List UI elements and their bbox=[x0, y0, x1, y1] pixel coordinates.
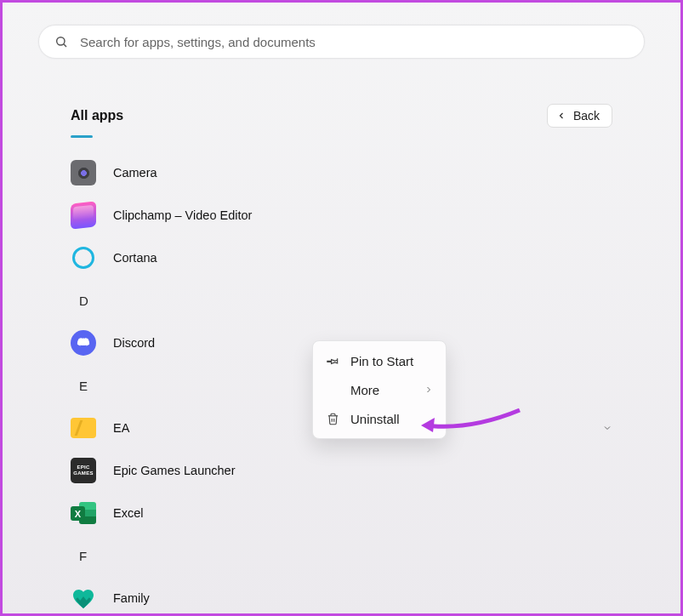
family-icon bbox=[71, 587, 96, 609]
letter-label: D bbox=[79, 294, 88, 308]
search-icon bbox=[54, 35, 68, 48]
app-label: EA bbox=[113, 421, 129, 435]
excel-icon: X bbox=[71, 500, 96, 526]
app-label: Cortana bbox=[113, 251, 157, 265]
title-underline bbox=[71, 135, 93, 138]
app-item-excel[interactable]: X Excel bbox=[71, 492, 612, 534]
app-label: Epic Games Launcher bbox=[113, 464, 235, 477]
search-input[interactable] bbox=[80, 35, 629, 49]
app-item-clipchamp[interactable]: Clipchamp – Video Editor bbox=[71, 194, 612, 237]
letter-label: E bbox=[79, 379, 88, 393]
search-bar[interactable] bbox=[38, 25, 645, 59]
cortana-icon bbox=[72, 247, 94, 269]
chevron-right-icon bbox=[424, 385, 434, 395]
context-pin-to-start[interactable]: Pin to Start bbox=[318, 346, 441, 375]
app-item-family[interactable]: Family bbox=[71, 577, 612, 616]
back-button-label: Back bbox=[573, 109, 600, 123]
context-uninstall[interactable]: Uninstall bbox=[318, 404, 441, 433]
app-label: Camera bbox=[113, 166, 157, 180]
page-title: All apps bbox=[71, 108, 123, 123]
letter-header-f[interactable]: F bbox=[71, 534, 612, 577]
context-item-label: Pin to Start bbox=[350, 354, 413, 368]
folder-icon bbox=[71, 418, 96, 438]
discord-icon bbox=[71, 330, 96, 356]
svg-point-0 bbox=[57, 37, 65, 45]
svg-line-1 bbox=[64, 44, 66, 47]
letter-header-d[interactable]: D bbox=[71, 279, 612, 322]
back-button[interactable]: Back bbox=[547, 104, 612, 128]
context-item-label: More bbox=[350, 383, 379, 397]
app-item-camera[interactable]: Camera bbox=[71, 151, 612, 194]
epic-games-icon: EPIC GAMES bbox=[71, 458, 96, 483]
pin-icon bbox=[325, 353, 340, 368]
chevron-left-icon bbox=[556, 111, 566, 121]
app-item-cortana[interactable]: Cortana bbox=[71, 237, 612, 279]
clipchamp-icon bbox=[71, 201, 96, 229]
context-more[interactable]: More bbox=[318, 375, 441, 404]
blank-icon bbox=[325, 382, 340, 397]
all-apps-header: All apps Back bbox=[71, 104, 612, 128]
app-label: Family bbox=[113, 591, 150, 605]
context-menu: Pin to Start More Uninstall bbox=[312, 340, 447, 439]
app-label: Clipchamp – Video Editor bbox=[113, 208, 252, 222]
app-item-epic[interactable]: EPIC GAMES Epic Games Launcher bbox=[71, 449, 612, 492]
camera-icon bbox=[71, 160, 96, 185]
app-label: Excel bbox=[113, 506, 143, 520]
trash-icon bbox=[325, 411, 340, 426]
context-item-label: Uninstall bbox=[350, 412, 400, 426]
app-label: Discord bbox=[113, 336, 155, 350]
chevron-down-icon bbox=[602, 423, 612, 433]
letter-label: F bbox=[79, 549, 87, 563]
